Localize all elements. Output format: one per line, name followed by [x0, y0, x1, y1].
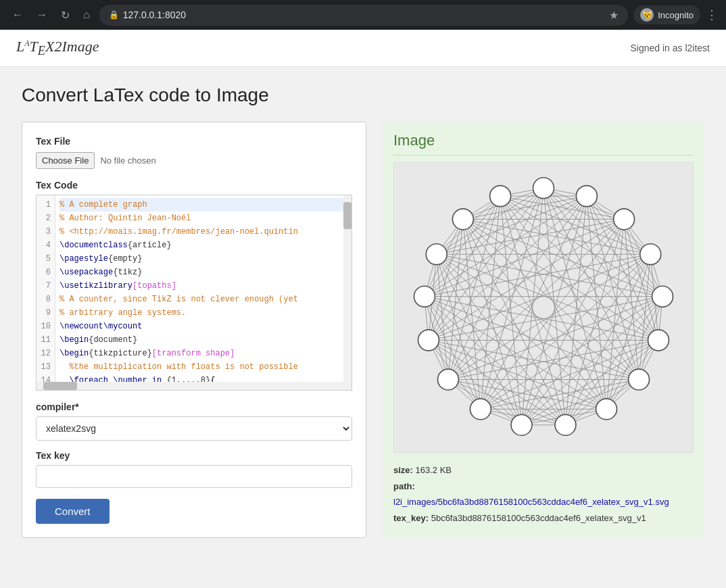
tex-file-label: Tex File: [36, 136, 352, 147]
svg-point-139: [614, 209, 635, 230]
svg-point-140: [640, 244, 661, 265]
svg-point-149: [418, 330, 439, 351]
convert-button[interactable]: Convert: [36, 499, 110, 524]
svg-point-152: [452, 209, 473, 230]
horizontal-scrollbar[interactable]: [37, 382, 343, 390]
tex-key-input[interactable]: [36, 465, 352, 488]
app-header: LATEX2Image Signed in as l2itest: [0, 30, 726, 67]
vertical-scrollbar[interactable]: [343, 195, 352, 390]
svg-point-153: [490, 186, 511, 207]
scroll-h-thumb[interactable]: [43, 382, 77, 390]
image-meta: size: 163.2 KB path:l2i_images/5bc6fa3bd…: [393, 462, 694, 526]
svg-point-144: [596, 399, 617, 420]
svg-point-143: [629, 369, 650, 390]
svg-point-151: [426, 244, 447, 265]
compiler-row: compiler* xelatex2svg pdflatex2svg pdfla…: [36, 401, 352, 441]
back-button[interactable]: ←: [8, 6, 27, 24]
incognito-label: Incognito: [658, 10, 694, 20]
chrome-menu-button[interactable]: ⋮: [706, 7, 718, 22]
right-panel: Image size: 163.2 KB path:l2i_images/5bc…: [383, 83, 704, 537]
path-value: l2i_images/5bc6fa3bd8876158100c563cddac4…: [393, 497, 669, 507]
svg-point-147: [470, 399, 491, 420]
image-section-title: Image: [393, 132, 694, 155]
svg-point-150: [414, 287, 435, 308]
tex-key-label: Tex key: [36, 450, 352, 461]
app-logo: LATEX2Image: [16, 38, 99, 58]
file-row: Choose File No file chosen: [36, 152, 352, 169]
forward-button[interactable]: →: [32, 6, 51, 24]
tex-key-meta-label: tex_key:: [393, 513, 429, 523]
svg-point-142: [648, 330, 669, 351]
path-label: path:: [393, 481, 415, 491]
tex-code-label: Tex Code: [36, 180, 352, 191]
no-file-text: No file chosen: [100, 155, 155, 166]
compiler-select[interactable]: xelatex2svg pdflatex2svg pdflatex2png: [36, 416, 352, 441]
code-line-7: \usetikzlibrary[topaths]: [59, 279, 347, 293]
scroll-thumb[interactable]: [343, 202, 352, 229]
code-editor[interactable]: 12345 678910 1112131415 % A complete gra…: [36, 195, 352, 391]
svg-point-137: [533, 178, 554, 199]
page-title: Convert LaTex code to Image: [22, 83, 366, 107]
code-line-11: \begin{document}: [59, 333, 347, 347]
browser-chrome: ← → ↻ ⌂ 🔒 127.0.0.1:8020 ★ 😿 Incognito ⋮: [0, 0, 726, 30]
graph-image-container: [393, 162, 694, 453]
reload-button[interactable]: ↻: [57, 6, 74, 24]
incognito-icon: 😿: [640, 8, 654, 22]
svg-point-146: [511, 415, 532, 436]
signed-in-text: Signed in as l2itest: [630, 43, 710, 53]
code-line-12: \begin{tikzpicture}[transform shape]: [59, 347, 347, 360]
left-panel: Convert LaTex code to Image Tex File Cho…: [22, 83, 366, 537]
code-content[interactable]: % A complete graph % Author: Quintin Jea…: [55, 195, 352, 390]
image-box: Image size: 163.2 KB path:l2i_images/5bc…: [383, 121, 704, 537]
texkey-row: Tex key: [36, 450, 352, 488]
code-line-2: % Author: Quintin Jean-Noël: [59, 212, 347, 225]
svg-point-141: [652, 287, 673, 308]
line-numbers: 12345 678910 1112131415: [37, 195, 55, 390]
tex-key-meta-value: 5bc6fa3bd8876158100c563cddac4ef6_xelatex…: [431, 513, 646, 523]
compiler-label: compiler*: [36, 401, 352, 412]
choose-file-button[interactable]: Choose File: [36, 152, 95, 169]
main-content: Convert LaTex code to Image Tex File Cho…: [0, 67, 726, 554]
code-line-10: \newcount\mycount: [59, 320, 347, 333]
svg-point-145: [555, 415, 576, 436]
code-line-9: % arbitrary angle systems.: [59, 306, 347, 320]
code-line-4: \documentclass{article}: [59, 239, 347, 252]
form-box: Tex File Choose File No file chosen Tex …: [22, 122, 366, 538]
code-line-8: % A counter, since TikZ is not clever en…: [59, 293, 347, 306]
code-line-3: % <http://moais.imag.fr/membres/jean-noe…: [59, 225, 347, 239]
bookmark-button[interactable]: ★: [609, 9, 619, 22]
address-bar[interactable]: 🔒 127.0.0.1:8020 ★: [99, 5, 629, 26]
graph-svg: [394, 162, 693, 453]
code-line-5: \pagestyle{empty}: [59, 252, 347, 266]
home-button[interactable]: ⌂: [79, 6, 94, 24]
size-value: 163.2 KB: [416, 465, 452, 475]
lock-icon: 🔒: [109, 10, 119, 20]
size-label: size:: [393, 465, 413, 475]
svg-point-138: [576, 186, 597, 207]
code-line-6: \usepackage{tikz}: [59, 266, 347, 279]
svg-point-148: [437, 369, 458, 390]
code-line-1: % A complete graph: [59, 198, 347, 212]
url-text: 127.0.0.1:8020: [123, 9, 186, 20]
code-line-13: %the multiplication with floats is not p…: [59, 360, 347, 374]
incognito-badge: 😿 Incognito: [633, 5, 700, 24]
